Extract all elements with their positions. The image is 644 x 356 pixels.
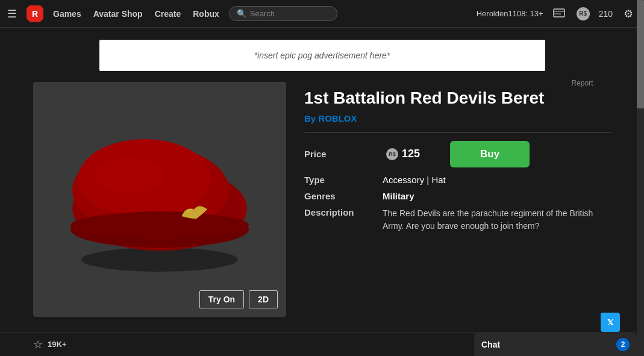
svg-point-3 <box>81 248 238 272</box>
nav-links: Games Avatar Shop Create Robux <box>53 8 219 19</box>
price-label: Price <box>304 149 383 159</box>
search-input[interactable] <box>250 9 328 18</box>
product-by: By ROBLOX <box>304 113 611 123</box>
main-content: Try On 2D 1st Battalion Red Devils Beret… <box>0 82 644 317</box>
chat-widget[interactable]: Chat 2 <box>474 333 637 356</box>
nav-games[interactable]: Games <box>53 9 81 19</box>
username-label: Herolden1108: 13+ <box>477 9 543 18</box>
price-row: Price R$ 125 Buy <box>304 141 611 167</box>
messages-icon[interactable] <box>551 5 567 22</box>
product-image <box>63 112 256 287</box>
chat-badge: 2 <box>616 338 630 351</box>
product-image-panel: Try On 2D <box>33 82 286 317</box>
search-icon: 🔍 <box>237 9 246 18</box>
ad-banner: *insert epic pog advertisement here* <box>99 40 545 71</box>
nav-create[interactable]: Create <box>155 9 181 19</box>
image-buttons: Try On 2D <box>199 290 278 308</box>
genres-value: Military <box>383 191 414 201</box>
price-amount: 125 <box>402 148 420 160</box>
price-section: Price R$ 125 <box>304 148 420 160</box>
favorite-icon[interactable]: ☆ <box>33 338 43 351</box>
nav-right: Herolden1108: 13+ R$ 210 ⚙ <box>477 5 637 22</box>
twitter-button[interactable]: 𝕏 <box>601 313 620 332</box>
description-value: The Red Devils are the parachute regimen… <box>383 207 611 233</box>
description-label: Description <box>304 207 383 217</box>
view-2d-button[interactable]: 2D <box>249 290 278 308</box>
try-on-button[interactable]: Try On <box>199 290 244 308</box>
settings-icon[interactable]: ⚙ <box>620 5 637 22</box>
divider <box>304 132 611 133</box>
chat-label: Chat <box>481 340 500 349</box>
type-label: Type <box>304 175 383 185</box>
product-info: 1st Battalion Red Devils Beret By ROBLOX… <box>304 82 611 317</box>
nav-robux[interactable]: Robux <box>193 9 219 19</box>
genres-label: Genres <box>304 191 383 201</box>
product-creator-link[interactable]: ROBLOX <box>318 113 357 123</box>
svg-rect-0 <box>554 9 564 17</box>
robux-amount: 210 <box>599 9 613 19</box>
svg-point-9 <box>93 157 166 193</box>
type-row: Type Accessory | Hat <box>304 175 611 185</box>
robux-symbol: R$ <box>577 7 590 20</box>
svg-point-8 <box>70 212 249 239</box>
description-row: Description The Red Devils are the parac… <box>304 207 611 233</box>
genres-row: Genres Military <box>304 191 611 201</box>
hamburger-icon[interactable]: ☰ <box>7 7 17 20</box>
buy-button[interactable]: Buy <box>450 141 530 167</box>
navbar: ☰ R Games Avatar Shop Create Robux 🔍 Her… <box>0 0 644 28</box>
product-title: 1st Battalion Red Devils Beret <box>304 88 611 108</box>
search-bar[interactable]: 🔍 <box>229 6 337 21</box>
type-value: Accessory | Hat <box>383 175 446 185</box>
nav-avatar-shop[interactable]: Avatar Shop <box>93 9 143 19</box>
roblox-logo[interactable]: R <box>27 5 43 22</box>
favorites-count: 19K+ <box>48 340 66 349</box>
robux-price-icon: R$ <box>386 148 398 160</box>
robux-nav-icon[interactable]: R$ <box>575 5 592 22</box>
